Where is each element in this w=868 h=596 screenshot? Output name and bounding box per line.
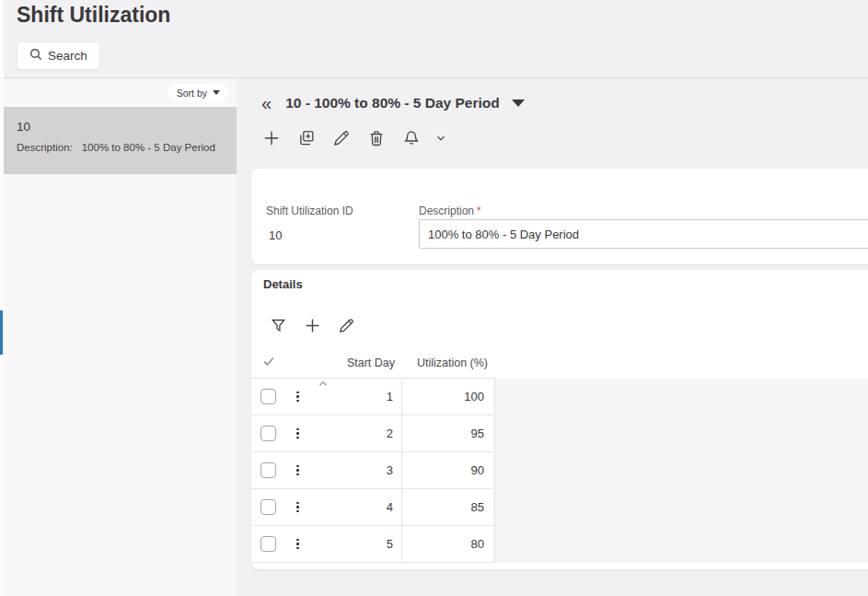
plus-icon	[262, 129, 281, 147]
details-edit-button[interactable]	[337, 316, 355, 334]
list-item-selected[interactable]: 10 Description: 100% to 80% - 5 Day Peri…	[0, 107, 237, 174]
row-checkbox[interactable]	[260, 426, 276, 441]
table-row: 5 80	[251, 526, 495, 563]
record-toolbar	[262, 129, 447, 147]
trash-icon	[367, 129, 386, 147]
details-table-header: Start Day Utilization (%)	[251, 348, 495, 379]
record-title: 10 - 100% to 80% - 5 Day Period	[285, 95, 500, 111]
row-checkbox-cell	[251, 452, 285, 488]
record-dropdown-caret-icon[interactable]	[512, 99, 525, 107]
collapse-panel-icon[interactable]: «	[261, 94, 272, 112]
table-empty-area	[495, 379, 868, 563]
list-item-id: 10	[17, 120, 226, 134]
row-menu-cell	[285, 379, 310, 415]
description-label: Description:	[17, 142, 73, 153]
pencil-icon	[332, 129, 351, 147]
kebab-menu-icon[interactable]	[294, 426, 302, 442]
row-checkbox[interactable]	[260, 389, 276, 404]
details-table: Start Day Utilization (%) 1 100 2	[251, 348, 495, 563]
utilization-cell: 90	[401, 452, 495, 488]
row-checkbox[interactable]	[260, 462, 276, 478]
description-input[interactable]	[419, 219, 868, 249]
row-checkbox-cell	[251, 489, 285, 525]
chevron-down-icon	[434, 132, 447, 145]
bell-icon	[402, 129, 421, 147]
row-checkbox-cell	[251, 379, 285, 415]
utilization-cell: 95	[401, 415, 495, 451]
menu-column-header	[285, 348, 310, 378]
row-menu-cell	[285, 526, 310, 562]
utilization-cell: 80	[401, 526, 495, 562]
shift-utilization-id-label: Shift Utilization ID	[266, 205, 353, 217]
duplicate-button[interactable]	[297, 129, 316, 147]
plus-icon	[304, 317, 321, 334]
duplicate-icon	[297, 129, 316, 147]
start-day-cell: 3	[310, 452, 401, 488]
kebab-menu-icon[interactable]	[294, 462, 302, 479]
row-checkbox-cell	[251, 415, 285, 451]
search-icon	[29, 48, 42, 64]
caret-down-icon	[213, 90, 220, 95]
utilization-cell: 85	[401, 489, 495, 525]
start-day-cell: 4	[310, 489, 401, 525]
pencil-icon	[338, 317, 355, 334]
row-menu-cell	[285, 489, 310, 525]
page-title: Shift Utilization	[17, 3, 170, 28]
kebab-menu-icon[interactable]	[294, 389, 302, 405]
row-menu-cell	[285, 452, 310, 488]
nav-accent-tab[interactable]	[0, 310, 3, 355]
edit-button[interactable]	[332, 129, 351, 147]
search-button[interactable]: Search	[17, 41, 100, 70]
notifications-button[interactable]	[402, 129, 421, 147]
utilization-cell: 100	[401, 379, 495, 415]
row-checkbox-cell	[251, 526, 285, 562]
filter-funnel-icon	[270, 317, 287, 334]
left-edge-strip	[0, 0, 4, 596]
add-button[interactable]	[262, 129, 281, 147]
required-asterisk: *	[477, 205, 481, 217]
start-day-cell: 5	[310, 526, 401, 562]
details-card: Details	[251, 270, 868, 569]
sort-by-label: Sort by	[177, 88, 207, 99]
table-row: 1 100	[251, 379, 495, 415]
delete-button[interactable]	[367, 129, 386, 147]
description-field-label: Description*	[419, 205, 481, 217]
details-table-body: 1 100 2 95 3 90 4 85	[251, 379, 495, 563]
details-section-title: Details	[263, 277, 303, 291]
shift-utilization-id-value: 10	[269, 228, 282, 242]
column-header-utilization[interactable]: Utilization (%)	[401, 348, 495, 378]
table-row: 4 85	[251, 489, 495, 526]
checkmark-icon	[261, 354, 276, 372]
top-header: Shift Utilization Search	[0, 0, 868, 78]
results-sidebar: Sort by 10 Description: 100% to 80% - 5 …	[0, 79, 237, 596]
list-item-description: Description: 100% to 80% - 5 Day Period	[17, 142, 226, 153]
description-value: 100% to 80% - 5 Day Period	[82, 142, 215, 153]
sort-by-button[interactable]: Sort by	[168, 84, 228, 101]
row-checkbox[interactable]	[260, 499, 276, 515]
row-checkbox[interactable]	[260, 536, 276, 552]
select-all-cell[interactable]	[251, 348, 285, 378]
row-menu-cell	[285, 415, 310, 451]
kebab-menu-icon[interactable]	[294, 499, 302, 516]
record-header: « 10 - 100% to 80% - 5 Day Period	[261, 91, 525, 114]
kebab-menu-icon[interactable]	[294, 536, 302, 553]
details-add-button[interactable]	[303, 316, 321, 334]
notifications-expand-button[interactable]	[434, 132, 447, 146]
record-form-card: Shift Utilization ID 10 Description*	[251, 169, 868, 264]
table-row: 3 90	[251, 452, 495, 489]
filter-button[interactable]	[269, 316, 287, 334]
start-day-cell: 2	[310, 415, 401, 451]
details-toolbar	[269, 316, 355, 334]
shift-utilization-app: Shift Utilization Search Sort by 10 Desc…	[0, 0, 868, 596]
table-row: 2 95	[251, 415, 495, 452]
sort-ascending-icon	[318, 374, 328, 391]
search-button-label: Search	[48, 49, 87, 63]
